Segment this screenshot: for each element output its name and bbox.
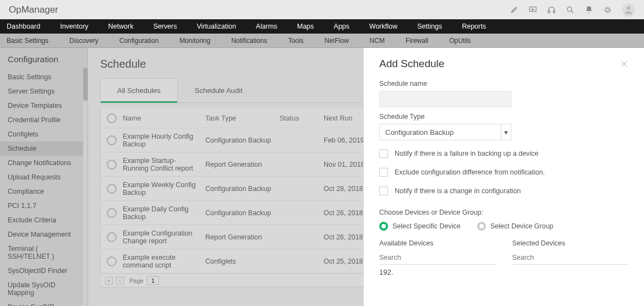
radio-specific-label: Select Specific Device [392, 222, 461, 230]
nav-apps[interactable]: Apps [334, 23, 350, 30]
add-schedule-panel: Add Schedule Schedule name Schedule Type… [363, 48, 644, 306]
rocket-icon[interactable] [510, 6, 519, 14]
schedule-type-label: Schedule Type [379, 113, 629, 121]
radio-device-group[interactable] [477, 222, 486, 231]
nav-settings[interactable]: Settings [417, 23, 442, 30]
exclude-diff-label: Exclude configuration difference from no… [395, 167, 545, 178]
monitor-icon[interactable] [528, 6, 537, 14]
gear-icon[interactable] [603, 6, 612, 14]
svg-rect-1 [548, 10, 550, 13]
selected-devices-label: Selected Devices [512, 239, 629, 247]
search-icon[interactable] [566, 6, 575, 14]
schedule-type-select[interactable]: Configuration Backup ▾ [379, 124, 511, 140]
notify-change-label: Notify if there is a change in configura… [395, 185, 521, 196]
radio-group-label: Select Device Group [490, 222, 554, 230]
choose-devices-label: Choose Devices or Device Group: [379, 209, 629, 216]
available-devices-label: Available Devices [379, 239, 496, 247]
bell-icon[interactable] [585, 6, 593, 14]
sub-nav: Basic Settings Discovery Configuration M… [0, 34, 644, 48]
top-icons [510, 3, 635, 17]
radio-specific-device[interactable] [379, 222, 388, 231]
subnav-netflow[interactable]: NetFlow [325, 37, 349, 45]
panel-title: Add Schedule [379, 58, 444, 70]
notify-failure-checkbox[interactable] [379, 149, 388, 158]
nav-virtualization[interactable]: Virtualization [197, 23, 236, 30]
nav-alarms[interactable]: Alarms [256, 23, 277, 30]
notify-change-checkbox[interactable] [379, 187, 388, 195]
nav-servers[interactable]: Servers [153, 23, 177, 30]
subnav-tools[interactable]: Tools [288, 37, 304, 45]
brand-label: OpManager [9, 4, 58, 15]
subnav-configuration[interactable]: Configuration [119, 37, 159, 45]
top-bar: OpManager [0, 0, 644, 19]
nav-workflow[interactable]: Workflow [369, 23, 397, 30]
subnav-firewall[interactable]: Firewall [406, 37, 428, 45]
chevron-down-icon: ▾ [501, 124, 511, 140]
nav-maps[interactable]: Maps [297, 23, 314, 30]
notify-failure-label: Notify if there is a failure in backing … [395, 148, 538, 159]
nav-network[interactable]: Network [108, 23, 134, 30]
nav-inventory[interactable]: Inventory [60, 23, 88, 30]
available-search-input[interactable] [379, 250, 496, 265]
svg-point-4 [627, 6, 631, 10]
subnav-oputils[interactable]: OpUtils [449, 37, 471, 45]
subnav-basic-settings[interactable]: Basic Settings [7, 37, 48, 45]
close-icon[interactable] [620, 59, 629, 68]
nav-dashboard[interactable]: Dashboard [7, 23, 40, 30]
main-nav: Dashboard Inventory Network Servers Virt… [0, 19, 644, 34]
schedule-name-label: Schedule name [379, 80, 629, 88]
device-row[interactable]: 192. [379, 265, 496, 280]
svg-point-3 [567, 7, 572, 11]
avatar-icon[interactable] [622, 3, 635, 17]
headset-icon[interactable] [547, 6, 556, 14]
subnav-discovery[interactable]: Discovery [69, 37, 99, 45]
subnav-monitoring[interactable]: Monitoring [179, 37, 210, 45]
nav-reports[interactable]: Reports [462, 23, 486, 30]
selected-search-input[interactable] [512, 250, 629, 265]
exclude-diff-checkbox[interactable] [379, 168, 388, 177]
subnav-notifications[interactable]: Notifications [231, 37, 267, 45]
subnav-ncm[interactable]: NCM [370, 37, 385, 47]
svg-rect-2 [553, 10, 555, 13]
schedule-type-value: Configuration Backup [385, 128, 454, 136]
schedule-name-input[interactable] [379, 91, 511, 107]
